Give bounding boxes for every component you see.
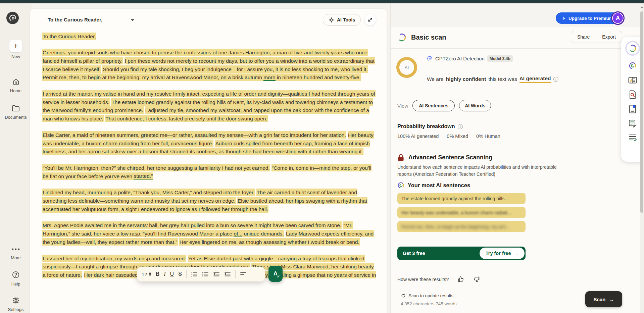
view-label: View xyxy=(397,103,408,109)
highlighted-sentence[interactable]: Permit me, then, to begin at the beginni… xyxy=(42,73,361,81)
ai-sentence-chip[interactable]: The estate loomed grandly against the ro… xyxy=(397,193,526,204)
avatar[interactable]: A xyxy=(611,11,625,25)
italic-button[interactable]: I xyxy=(164,271,165,277)
highlighted-sentence[interactable]: That confidence, I confess, lasted preci… xyxy=(105,115,268,122)
bullet-list-button[interactable] xyxy=(202,271,209,277)
plus-icon[interactable]: + xyxy=(9,40,22,52)
highlighted-sentence[interactable]: Elsie Carter, a maid of nineteen summers… xyxy=(42,131,346,139)
sidebar-item-help[interactable]: Help xyxy=(0,270,32,286)
gptzero-logo[interactable] xyxy=(6,12,19,24)
lock-icon xyxy=(397,154,404,161)
probability-ai[interactable]: 100% AI generated xyxy=(397,134,439,139)
probability-title: Probability breakdown xyxy=(397,123,455,129)
highlighted-sentence[interactable]: To the Curious Reader, xyxy=(42,33,96,40)
highlighted-sentence[interactable]: Should you find my tale shocking, I beg … xyxy=(102,65,368,73)
grammar-check-button[interactable]: A ✓ xyxy=(268,266,283,282)
thumbs-up-button[interactable] xyxy=(457,276,464,283)
upgrade-premium-button[interactable]: Upgrade to Premium xyxy=(556,12,619,24)
expand-icon xyxy=(367,17,373,22)
lightning-icon xyxy=(562,16,566,21)
align-button[interactable] xyxy=(240,272,247,276)
rail-ai-vocabulary-button[interactable]: A xyxy=(628,76,637,85)
vocabulary-icon: A xyxy=(628,77,637,84)
sidebar-item-label: New xyxy=(0,54,32,59)
scrollbar[interactable] xyxy=(640,3,644,313)
highlighted-sentence[interactable]: Mrs. Agnes Poole awaited me in the serva… xyxy=(42,221,342,229)
thumbs-down-button[interactable] xyxy=(473,276,480,283)
probability-mixed[interactable]: 0% Mixed xyxy=(447,134,468,139)
verdict-confidence: highly confident xyxy=(446,76,486,82)
advanced-scanning-title: Advanced Sentence Scanning xyxy=(408,154,492,161)
ai-sentence-chip[interactable]: Her beauty was undeniable, a buxom charm… xyxy=(397,207,526,218)
export-button[interactable]: Export xyxy=(596,31,622,43)
highlighted-sentence[interactable]: Her eyes lingered on me, as though asses… xyxy=(179,238,360,246)
outdent-button[interactable] xyxy=(213,271,220,277)
highlighted-sentence[interactable]: “You’ll be Mr. Harrington, then?” she ch… xyxy=(42,164,270,171)
indent-button[interactable] xyxy=(224,271,231,277)
gear-icon xyxy=(12,296,20,305)
tab-ai-words[interactable]: AI Words xyxy=(459,100,491,111)
paragraph[interactable]: “You’ll be Mr. Harrington, then?” she ch… xyxy=(42,164,377,180)
rescan-hint: Scan to update results xyxy=(401,293,453,298)
ai-sentence-chip[interactable]: Permit me, then, to begin at the beginni… xyxy=(397,221,526,232)
chevron-down-icon[interactable] xyxy=(131,19,134,21)
highlighted-sentence[interactable]: I assured her of my dedication, my words… xyxy=(42,255,186,262)
paragraph[interactable]: To the Curious Reader, xyxy=(42,32,377,41)
sidebar-item-home[interactable]: Home xyxy=(0,77,32,93)
expand-button[interactable] xyxy=(364,14,376,25)
verdict-ai-generated[interactable]: AI generated xyxy=(519,75,551,83)
try-for-free-button[interactable]: Try for free → xyxy=(480,248,525,259)
info-icon[interactable]: i xyxy=(458,124,463,129)
scan-circle-icon xyxy=(628,44,637,53)
probability-human[interactable]: 0% Human xyxy=(476,134,500,139)
folder-icon xyxy=(12,104,20,113)
rail-citations-button[interactable] xyxy=(628,105,637,113)
paragraph[interactable]: Elsie Carter, a maid of nineteen summers… xyxy=(42,131,377,156)
verdict-mid: this text was xyxy=(488,76,517,82)
ai-tools-button[interactable]: AI Tools xyxy=(323,14,361,25)
book-bookmark-icon xyxy=(629,105,636,113)
paragraph[interactable]: I arrived at the manor, my valise in han… xyxy=(42,90,377,123)
spellcheck-underlined-word[interactable]: morn xyxy=(263,74,275,81)
sidebar-item-more[interactable]: More xyxy=(0,245,32,260)
sidebar-item-new[interactable]: + New xyxy=(0,40,32,59)
rail-advanced-scan-button[interactable] xyxy=(628,61,637,70)
share-button[interactable]: Share xyxy=(571,31,596,43)
spellcheck-underlined-word[interactable]: of... xyxy=(234,231,242,237)
numbered-list-button[interactable]: 123 xyxy=(191,271,198,277)
scrollbar-thumb[interactable] xyxy=(640,11,643,213)
info-icon[interactable]: i xyxy=(553,77,558,82)
divider xyxy=(391,288,644,288)
scrollbar-up-arrow[interactable] xyxy=(641,6,643,8)
strikethrough-button[interactable]: S xyxy=(178,271,182,277)
rail-basic-scan-button[interactable] xyxy=(625,41,640,56)
scan-results-card: Basic scan Share Export AI GPTZero AI De… xyxy=(391,27,644,313)
svg-text:3: 3 xyxy=(191,275,192,277)
ai-score-ring: AI xyxy=(396,57,417,78)
rail-plagiarism-button[interactable] xyxy=(628,90,637,99)
scan-button[interactable]: Scan → xyxy=(585,291,622,307)
sidebar-item-documents[interactable]: Documents xyxy=(0,104,32,120)
spellcheck-underlined-word[interactable]: started.” xyxy=(134,173,153,179)
tab-ai-sentences[interactable]: AI Sentences xyxy=(412,100,455,111)
font-size-stepper[interactable]: 12 xyxy=(142,271,151,277)
rail-grammar-check-button[interactable] xyxy=(628,134,637,142)
bold-button[interactable]: B xyxy=(156,271,160,277)
sidebar-item-label: Help xyxy=(0,281,32,286)
underline-button[interactable]: U xyxy=(170,271,174,277)
sidebar-item-settings[interactable]: Settings xyxy=(0,296,32,312)
divider xyxy=(391,48,644,49)
paragraph[interactable]: Mrs. Agnes Poole awaited me in the serva… xyxy=(42,221,377,246)
paragraph[interactable]: Greetings, you intrepid souls who have c… xyxy=(42,49,377,82)
get-free-label: Get 3 free xyxy=(403,251,480,256)
highlighted-sentence[interactable]: I inclined my head, murmuring a polite, … xyxy=(42,189,255,196)
trial-cta-bar: Get 3 free Try for free → xyxy=(397,247,526,260)
document-body[interactable]: To the Curious Reader,Greetings, you int… xyxy=(42,32,377,279)
ai-tools-label: AI Tools xyxy=(337,17,355,22)
font-size-arrows-icon[interactable] xyxy=(149,272,151,276)
paragraph[interactable]: I inclined my head, murmuring a polite, … xyxy=(42,189,377,213)
toolbar-divider xyxy=(235,270,236,278)
upgrade-premium-label: Upgrade to Premium xyxy=(568,16,613,21)
rail-writing-feedback-button[interactable] xyxy=(628,119,637,128)
document-title[interactable]: To the Curious Reader, xyxy=(48,17,102,22)
